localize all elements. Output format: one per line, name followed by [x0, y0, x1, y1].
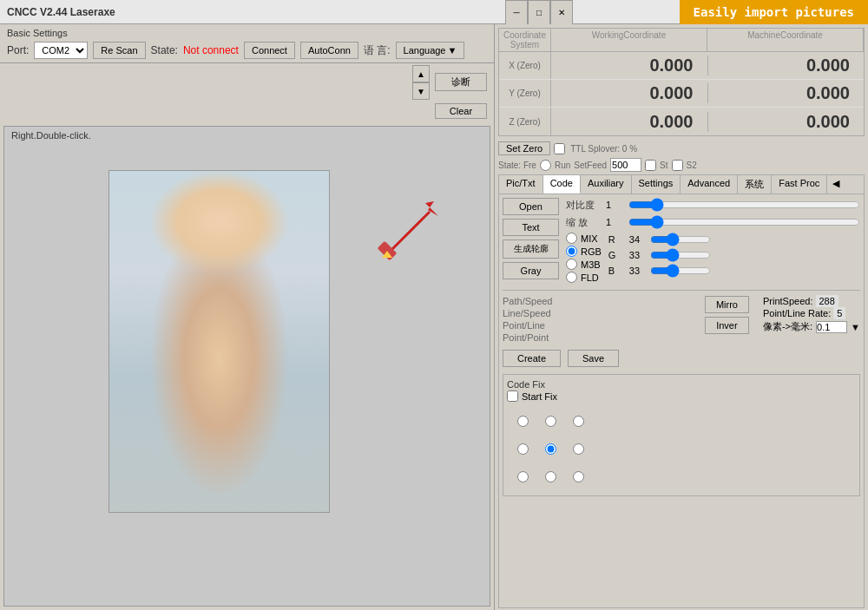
codefix-radio-bl[interactable] — [517, 471, 529, 482]
scale-slider[interactable] — [628, 215, 860, 229]
main-container: Basic Settings Port: COM2 Re Scan State:… — [0, 24, 868, 610]
print-info: PrintSpeed: 288 Point/Line Rate: 5 像素->毫… — [763, 296, 860, 333]
scale-row: 缩 放 1 — [566, 215, 860, 229]
m3b-radio[interactable] — [566, 259, 577, 270]
autoconn-button[interactable]: AutoConn — [300, 42, 358, 59]
title-bar: CNCC V2.44 Laseraxe ─ □ ✕ Easily import … — [0, 0, 868, 24]
pixel-input[interactable] — [816, 321, 847, 333]
pixel-dropdown-icon[interactable]: ▼ — [851, 322, 860, 332]
ttl-label: TTL Splover: 0 % — [570, 144, 637, 154]
start-fix-checkbox[interactable] — [507, 390, 518, 402]
scale-label: 缩 放 — [566, 216, 601, 229]
codefix-radio-br[interactable] — [573, 471, 584, 482]
code-fix-grid — [507, 405, 856, 492]
figure-background — [109, 171, 329, 512]
codefix-radio-mr[interactable] — [573, 443, 584, 455]
tab-settings[interactable]: Settings — [632, 175, 681, 193]
scroll-down-button[interactable]: ▼ — [412, 82, 430, 100]
codefix-radio-tl[interactable] — [517, 416, 529, 427]
save-button[interactable]: Save — [568, 350, 619, 367]
inver-button[interactable]: Inver — [705, 317, 749, 334]
set-zero-button[interactable]: Set Zero — [498, 141, 550, 155]
arrow-indicator — [378, 194, 447, 266]
close-button[interactable]: ✕ — [550, 0, 573, 24]
controls-row: Set Zero TTL Splover: 0 % — [495, 140, 868, 157]
mix-radio[interactable] — [566, 233, 577, 244]
y-zero-button[interactable]: Y (Zero) — [499, 80, 551, 107]
create-button[interactable]: Create — [503, 350, 561, 367]
action-buttons-row: ▲ ▼ 诊断 — [0, 63, 494, 102]
g-value: 33 — [629, 250, 647, 260]
r-row: R 34 — [608, 233, 711, 246]
point-line-rate-value: 5 — [833, 307, 845, 319]
create-save-row: Create Save — [503, 346, 860, 371]
b-value: 33 — [629, 266, 647, 276]
grid-radio-br — [566, 464, 590, 489]
basic-settings-label: Basic Settings — [7, 28, 487, 38]
canvas-hint: Right.Double-click. — [11, 130, 91, 141]
generate-contour-button[interactable]: 生成轮廓 — [503, 239, 559, 259]
tabs-container: Pic/Txt Code Auxiliary Settings Advanced… — [498, 174, 865, 608]
y-working-value: 0.000 — [551, 83, 708, 103]
fld-radio[interactable] — [566, 272, 577, 283]
gray-button[interactable]: Gray — [503, 262, 559, 279]
connect-button[interactable]: Connect — [244, 42, 295, 59]
port-select[interactable]: COM2 — [34, 42, 88, 59]
codefix-radio-tr[interactable] — [573, 416, 584, 427]
app-title: CNCC V2.44 Laseraxe — [7, 6, 115, 18]
start-fix-row: Start Fix — [507, 390, 856, 402]
point-point-label: Point/Point — [503, 332, 553, 343]
x-machine-value: 0.000 — [708, 56, 865, 75]
tab-content-area: Open Text 生成轮廓 Gray 对比度 1 — [499, 194, 864, 607]
tab-fast-proc[interactable]: Fast Proc — [772, 175, 827, 193]
open-button[interactable]: Open — [503, 198, 559, 215]
text-button[interactable]: Text — [503, 219, 559, 236]
clear-row: Clear — [0, 102, 494, 122]
scroll-up-button[interactable]: ▲ — [412, 65, 430, 82]
codefix-radio-mc[interactable] — [545, 443, 556, 455]
maximize-button[interactable]: □ — [528, 0, 550, 24]
m3b-label: M3B — [581, 259, 601, 270]
run-radio[interactable] — [540, 160, 551, 171]
g-slider[interactable] — [650, 248, 711, 262]
codefix-radio-bc[interactable] — [545, 471, 556, 482]
st-label: St — [660, 161, 667, 170]
ttl-checkbox[interactable] — [554, 143, 565, 154]
code-fix-title: Code Fix — [507, 379, 545, 390]
tab-pic-txt[interactable]: Pic/Txt — [499, 175, 543, 193]
diagnose-button[interactable]: 诊断 — [435, 73, 487, 91]
setfeed-label: SetFeed — [574, 161, 607, 170]
tabs-header: Pic/Txt Code Auxiliary Settings Advanced… — [499, 175, 864, 194]
b-row: B 33 — [608, 264, 711, 278]
minimize-button[interactable]: ─ — [505, 0, 528, 24]
codefix-radio-ml[interactable] — [517, 443, 529, 455]
tab-code[interactable]: Code — [543, 175, 581, 193]
language-button[interactable]: Language ▼ — [396, 42, 465, 59]
line-speed-label: Line/Speed — [503, 308, 553, 318]
x-zero-button[interactable]: X (Zero) — [499, 52, 551, 79]
contrast-slider[interactable] — [628, 198, 860, 212]
tab-auxiliary[interactable]: Auxiliary — [581, 175, 632, 193]
tab-advanced[interactable]: Advanced — [681, 175, 738, 193]
working-coord-header: WorkingCoordinate — [551, 29, 707, 51]
b-slider[interactable] — [650, 264, 711, 278]
port-label: Port: — [7, 44, 29, 56]
clear-button[interactable]: Clear — [435, 103, 487, 119]
tab-system[interactable]: 系统 — [738, 175, 772, 193]
codefix-radio-tc[interactable] — [545, 416, 556, 427]
tab-more-button[interactable]: ◀ — [827, 175, 845, 193]
path-speed-label: Path/Speed — [503, 296, 553, 306]
point-line-rate-label: Point/Line Rate: — [763, 308, 831, 318]
setfeed-input[interactable] — [610, 158, 641, 172]
s2-checkbox[interactable] — [672, 160, 683, 171]
canvas-area[interactable]: Right.Double-click. — [3, 126, 490, 607]
rgb-radio[interactable] — [566, 246, 577, 257]
z-zero-button[interactable]: Z (Zero) — [499, 108, 551, 135]
print-speed-label: PrintSpeed: — [763, 296, 812, 306]
mirror-button[interactable]: Mirro — [705, 296, 749, 313]
rescan-button[interactable]: Re Scan — [93, 42, 145, 59]
language-label: 语 言: — [364, 43, 391, 58]
fld-label: FLD — [581, 272, 599, 283]
r-slider[interactable] — [650, 233, 711, 246]
st-checkbox[interactable] — [645, 160, 656, 171]
